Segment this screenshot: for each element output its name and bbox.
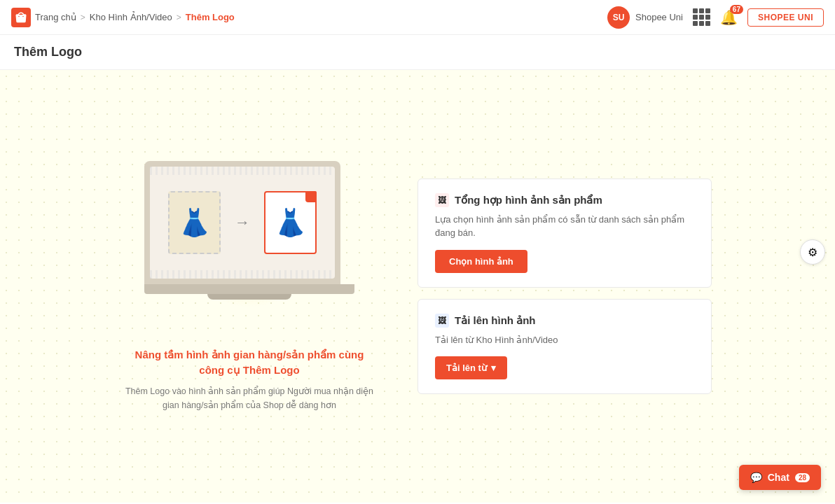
laptop-base <box>144 284 354 294</box>
card-aggregate-images: 🖼 Tổng hợp hình ảnh sản phẩm Lựa chọn hì… <box>418 178 712 288</box>
card1-title-text: Tổng hợp hình ảnh sản phẩm <box>455 194 602 206</box>
card1-icon: 🖼 <box>435 193 449 207</box>
grid-menu-icon[interactable] <box>693 8 710 26</box>
arrow-icon: → <box>235 214 250 232</box>
card-upload-image: 🖼 Tải lên hình ảnh Tải lên từ Kho Hình ả… <box>418 299 712 395</box>
upload-icon: 🖼 <box>438 316 446 326</box>
breadcrumb-middle[interactable]: Kho Hình Ảnh/Video <box>90 12 172 22</box>
notification-badge: 67 <box>730 5 743 14</box>
page-title: Thêm Logo <box>14 45 821 59</box>
shopee-uni-label: Shopee Uni <box>635 12 683 22</box>
chat-badge: 28 <box>795 473 810 482</box>
promo-description: Thêm Logo vào hình ảnh sản phẩm giúp Ngư… <box>123 384 375 412</box>
card2-icon: 🖼 <box>435 314 449 328</box>
chat-icon: 💬 <box>750 472 762 483</box>
breadcrumb-home[interactable]: Trang chủ <box>35 12 76 22</box>
chat-label: Chat <box>768 472 789 483</box>
dress-icon-source: 👗 <box>178 207 211 238</box>
shopee-logo <box>11 8 31 27</box>
source-image-box: 👗 <box>168 191 221 254</box>
breadcrumb-current: Thêm Logo <box>186 12 235 22</box>
dest-image-box: 👗 <box>264 191 317 254</box>
card2-title-text: Tải lên hình ảnh <box>455 314 536 327</box>
illustration: 👗 → 👗 <box>144 161 354 329</box>
choose-image-button[interactable]: Chọn hình ảnh <box>435 250 527 273</box>
card2-title-row: 🖼 Tải lên hình ảnh <box>435 314 694 328</box>
right-section: 🖼 Tổng hợp hình ảnh sản phẩm Lựa chọn hì… <box>418 178 712 395</box>
breadcrumb: Trang chủ > Kho Hình Ảnh/Video > Thêm Lo… <box>11 8 235 27</box>
left-section: 👗 → 👗 Nâng tầm hình ảnh gian hàng/sản ph… <box>123 161 375 412</box>
image-icon: 🖼 <box>438 195 446 205</box>
shopee-uni-button[interactable]: SHOPEE UNI <box>747 8 824 27</box>
chat-button[interactable]: 💬 Chat 28 <box>739 465 821 490</box>
card1-description: Lựa chọn hình ảnh sản phẩm có sẵn từ dan… <box>435 213 694 240</box>
upload-from-label: Tải lên từ <box>446 363 487 373</box>
notification-button[interactable]: 🔔 67 <box>720 9 738 26</box>
laptop-illustration: 👗 → 👗 <box>144 161 354 308</box>
breadcrumb-sep2: > <box>177 13 181 22</box>
chevron-down-icon: ▾ <box>491 363 496 373</box>
support-icon[interactable]: ⚙ <box>800 239 825 265</box>
card2-description: Tải lên từ Kho Hình ảnh/Video <box>435 333 694 347</box>
nav-right: SU Shopee Uni 🔔 67 SHOPEE UNI <box>607 6 824 29</box>
page-header: Thêm Logo <box>0 35 835 70</box>
laptop-screen-inner: 👗 → 👗 <box>150 167 335 279</box>
main-content: 👗 → 👗 Nâng tầm hình ảnh gian hàng/sản ph… <box>0 70 835 503</box>
upload-from-button[interactable]: Tải lên từ ▾ <box>435 356 507 379</box>
shopee-uni-section: SU Shopee Uni <box>607 6 683 29</box>
top-nav: Trang chủ > Kho Hình Ảnh/Video > Thêm Lo… <box>0 0 835 35</box>
card1-title-row: 🖼 Tổng hợp hình ảnh sản phẩm <box>435 193 694 207</box>
uni-avatar: SU <box>607 6 630 29</box>
promo-title: Nâng tầm hình ảnh gian hàng/sản phẩm cùn… <box>123 347 375 379</box>
dress-icon-dest: 👗 <box>274 207 307 238</box>
settings-icon: ⚙ <box>808 246 817 259</box>
laptop-screen-outer: 👗 → 👗 <box>144 161 340 284</box>
breadcrumb-sep1: > <box>81 13 85 22</box>
